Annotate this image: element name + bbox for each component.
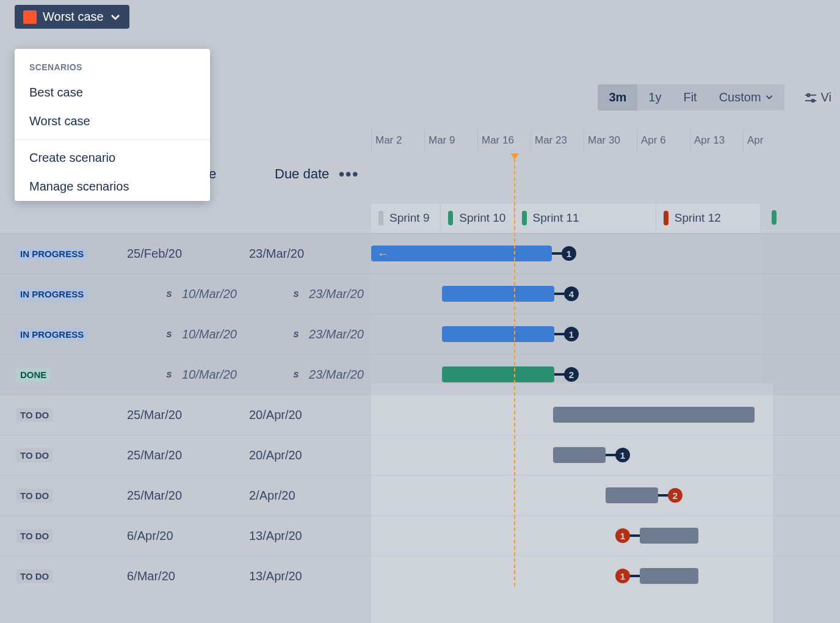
timeline-week-label: Mar 9 [424,128,477,153]
sprint-indicator-icon: S [289,328,303,341]
today-marker-icon [510,153,519,159]
due-date: 23/Mar/20 [249,247,304,261]
status-badge: TO DO [16,529,53,543]
task-row[interactable]: TO DO6/Mar/2013/Apr/20 [0,556,840,596]
time-range-toolbar: 3m1yFitCustom Vi [598,84,840,111]
range-custom-button[interactable]: Custom [708,84,784,111]
timeline-week-label: Mar 23 [530,128,584,153]
due-date-header: Due date [275,166,329,182]
status-badge: TO DO [16,448,53,462]
sprint-status-pill [378,211,383,225]
due-date: 20/Apr/20 [249,408,302,422]
sprint-header-row: Sprint 9Sprint 10Sprint 11Sprint 12 [371,203,761,233]
task-row[interactable]: TO DO25/Mar/2020/Apr/20 [0,435,840,475]
target-date: 6/Apr/20 [127,529,173,543]
sprint-label: Sprint 10 [459,211,505,225]
status-badge: TO DO [16,569,53,583]
timeline-week-label: Mar 30 [584,128,637,153]
target-date: 25/Mar/20 [127,489,182,503]
status-badge: IN PROGRESS [16,327,88,341]
sprint-indicator-icon: S [162,368,176,382]
scenario-color-swatch [23,10,37,24]
due-date: 2/Apr/20 [249,489,295,503]
sprint-status-pill [664,211,668,225]
scenario-selector-button[interactable]: Worst case [15,5,129,29]
task-row[interactable]: DONES10/Mar/20S23/Mar/20 [0,354,840,395]
scenario-action[interactable]: Manage scenarios [15,172,210,201]
sprint-indicator-icon: S [162,288,176,301]
view-settings-label: Vi [821,90,831,104]
sprint-header[interactable]: Sprint 11 [515,203,656,233]
due-date: 20/Apr/20 [249,448,302,462]
task-rows: IN PROGRESS25/Feb/2023/Mar/20IN PROGRESS… [0,233,840,596]
target-date: 10/Mar/20 [182,327,237,341]
target-date: 25/Mar/20 [127,448,182,462]
task-row[interactable]: TO DO6/Apr/2013/Apr/20 [0,516,840,556]
chevron-down-icon [765,90,773,104]
sprint-indicator-icon: S [289,288,303,301]
dropdown-divider [15,139,210,140]
due-date: 13/Apr/20 [249,529,302,543]
more-columns-button[interactable]: ••• [339,165,359,184]
status-badge: TO DO [16,489,53,503]
scenario-selector-label: Worst case [43,10,104,24]
timeline-week-label: Apr [743,128,796,153]
target-date: 25/Feb/20 [127,247,182,261]
timeline-week-header: Mar 2Mar 9Mar 16Mar 23Mar 30Apr 6Apr 13A… [371,128,840,153]
sprint-edge-indicator [772,210,777,225]
due-date: 13/Apr/20 [249,569,302,583]
task-row[interactable]: TO DO25/Mar/202/Apr/20 [0,475,840,516]
sprint-indicator-icon: S [289,368,303,382]
timeline-week-label: Mar 16 [477,128,530,153]
sprint-status-pill [522,211,527,225]
due-date: 23/Mar/20 [309,287,364,301]
due-date: 23/Mar/20 [309,327,364,341]
sprint-header[interactable]: Sprint 9 [371,203,441,233]
scenario-action[interactable]: Create scenario [15,144,210,172]
timeline-week-label: Mar 2 [371,128,424,153]
task-row[interactable]: IN PROGRESS25/Feb/2023/Mar/20 [0,233,840,274]
range-fit-button[interactable]: Fit [672,84,708,111]
sliders-icon [804,92,817,103]
scenario-dropdown: SCENARIOS Best caseWorst case Create sce… [15,49,210,201]
sprint-header[interactable]: Sprint 10 [441,203,514,233]
task-row[interactable]: IN PROGRESSS10/Mar/20S23/Mar/20 [0,314,840,354]
scenario-option[interactable]: Best case [15,78,210,107]
task-row[interactable]: TO DO25/Mar/2020/Apr/20 [0,395,840,435]
sprint-label: Sprint 9 [389,211,429,225]
target-date: 10/Mar/20 [182,287,237,301]
scenario-option[interactable]: Worst case [15,107,210,136]
timeline-week-label: Apr 13 [690,128,743,153]
task-row[interactable]: IN PROGRESSS10/Mar/20S23/Mar/20 [0,274,840,314]
sprint-status-pill [448,211,453,225]
sprint-indicator-icon: S [162,328,176,341]
status-badge: IN PROGRESS [16,247,88,261]
chevron-down-icon [110,12,121,23]
target-date: 6/Mar/20 [127,569,175,583]
view-settings-button[interactable]: Vi [795,84,840,111]
sprint-label: Sprint 11 [533,211,579,225]
sprint-header[interactable]: Sprint 12 [656,203,761,233]
status-badge: TO DO [16,408,53,422]
range-1y-button[interactable]: 1y [637,84,672,111]
range-3m-button[interactable]: 3m [598,84,637,111]
due-date: 23/Mar/20 [309,368,364,382]
sprint-label: Sprint 12 [675,211,721,225]
target-date: 25/Mar/20 [127,408,182,422]
status-badge: IN PROGRESS [16,287,88,301]
target-date: 10/Mar/20 [182,368,237,382]
today-marker-line [514,159,515,586]
timeline-week-label: Apr 6 [637,128,690,153]
dropdown-section-header: SCENARIOS [15,49,210,78]
status-badge: DONE [16,368,51,382]
